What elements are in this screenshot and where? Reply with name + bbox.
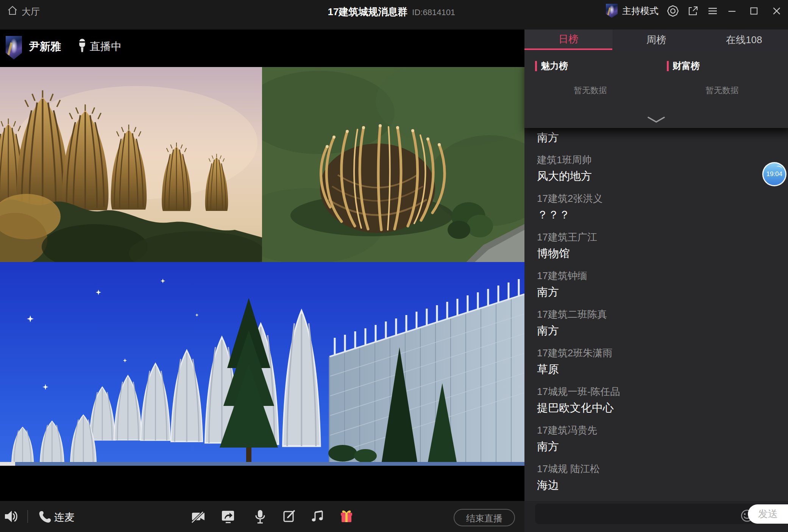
chat-input[interactable] <box>540 504 724 525</box>
chat-message: 17建筑钟缅 南方 <box>537 268 788 300</box>
host-name: 尹新雅 <box>29 39 61 54</box>
speaker-icon[interactable] <box>4 509 19 525</box>
tab-online-count[interactable]: 在线108 <box>700 30 788 50</box>
tab-daily-rank[interactable]: 日榜 <box>524 30 612 50</box>
chat-sender: 17城规一班-陈任品 <box>537 384 788 399</box>
charm-board-title: 魅力榜 <box>541 60 568 72</box>
chat-text: ？？？ <box>537 206 788 223</box>
watch-mode-icon[interactable] <box>667 5 679 17</box>
chat-text: 南方 <box>537 129 788 146</box>
charm-board: 魅力榜 暂无数据 <box>524 50 656 128</box>
chat-sender: 17建筑钟缅 <box>537 268 788 284</box>
chat-text: 海边 <box>537 477 788 493</box>
tab-weekly-rank[interactable]: 周榜 <box>612 30 700 50</box>
maximize-icon[interactable] <box>749 6 759 16</box>
chat-message: 17建筑王广江 博物馆 <box>537 229 788 262</box>
chat-text: 南方 <box>537 322 788 339</box>
video-progress-bar[interactable] <box>0 462 524 466</box>
app-window: 大厅 17建筑城规消息群 ID:6814101 主持模式 <box>0 0 788 532</box>
lobby-label: 大厅 <box>22 6 40 18</box>
stream-control-bar: 连麦 <box>0 501 524 532</box>
user-avatar[interactable] <box>606 4 618 18</box>
handheld-mic-icon <box>78 38 86 55</box>
chat-sender: 建筑1班周帅 <box>537 152 788 168</box>
chat-text: 博物馆 <box>537 245 788 262</box>
live-time-value: 19:04 <box>766 170 783 178</box>
chat-message: 建筑1班周帅 风大的地方 <box>537 152 788 184</box>
divider <box>27 510 28 523</box>
microphone-icon[interactable] <box>253 509 267 526</box>
chat-text: 南方 <box>537 438 788 455</box>
link-mic-label[interactable]: 连麦 <box>54 510 75 524</box>
music-icon[interactable] <box>311 509 324 524</box>
chat-message-list[interactable]: 南方 建筑1班周帅 风大的地方 17建筑2张洪义 ？？？ 17建筑王广江 博物馆… <box>524 114 788 500</box>
room-title: 17建筑城规消息群 <box>328 5 407 19</box>
title-bar-right: 主持模式 <box>606 4 782 18</box>
video-feed-basket <box>262 67 524 262</box>
charm-empty-text: 暂无数据 <box>524 85 656 96</box>
host-avatar[interactable] <box>6 36 22 59</box>
close-icon[interactable] <box>771 6 782 16</box>
edit-icon[interactable] <box>283 509 296 524</box>
minimize-icon[interactable] <box>727 6 737 16</box>
chat-text: 风大的地方 <box>537 168 788 184</box>
chat-message: 17城规 陆江松 海边 <box>537 461 788 493</box>
wealth-board-title: 财富榜 <box>673 60 700 72</box>
gift-icon[interactable] <box>339 509 354 525</box>
chat-text: 提巴欧文化中心 <box>537 399 788 416</box>
video-feed-building <box>0 262 524 462</box>
right-panel: 日榜 周榜 在线108 魅力榜 暂无数据 财富榜 暂无数据 <box>524 30 788 532</box>
chat-message: 17建筑冯贵先 南方 <box>537 423 788 455</box>
ranking-overlay: 魅力榜 暂无数据 财富榜 暂无数据 <box>524 50 788 128</box>
chat-sender: 17建筑冯贵先 <box>537 423 788 438</box>
chevron-down-icon[interactable] <box>648 117 665 125</box>
wealth-empty-text: 暂无数据 <box>656 85 788 96</box>
chat-text: 草原 <box>537 361 788 378</box>
wealth-board: 财富榜 暂无数据 <box>656 50 788 128</box>
video-progress-played <box>0 462 15 466</box>
stream-header: 尹新雅 直播中 <box>0 30 524 67</box>
room-title-group: 17建筑城规消息群 ID:6814101 <box>328 5 455 19</box>
chat-sender: 17建筑2张洪义 <box>537 191 788 206</box>
popout-icon[interactable] <box>687 5 699 17</box>
home-icon <box>7 5 18 19</box>
chat-message: 17建筑二班陈真 南方 <box>537 307 788 339</box>
screen-share-icon[interactable] <box>221 509 236 525</box>
chat-sender: 17建筑王广江 <box>537 229 788 245</box>
wealth-board-header: 财富榜 <box>667 60 700 72</box>
chat-sender: 17建筑二班陈真 <box>537 307 788 322</box>
chat-message: 17建筑2张洪义 ？？？ <box>537 191 788 223</box>
send-button[interactable]: 发送 <box>748 504 788 524</box>
live-status-label: 直播中 <box>90 39 122 54</box>
chat-input-bar: 发送 <box>524 501 788 532</box>
lobby-button[interactable]: 大厅 <box>7 5 40 19</box>
ranking-tab-bar: 日榜 周榜 在线108 <box>524 30 788 50</box>
accent-bar <box>535 61 537 71</box>
chat-sender: 17城规 陆江松 <box>537 461 788 477</box>
phone-icon[interactable] <box>38 510 52 525</box>
host-mode-label: 主持模式 <box>622 5 658 17</box>
chat-text: 南方 <box>537 284 788 300</box>
room-id: ID:6814101 <box>412 8 455 17</box>
chat-message: 17城规一班-陈任品 提巴欧文化中心 <box>537 384 788 416</box>
chat-sender: 17建筑2班朱潇雨 <box>537 345 788 361</box>
video-feed-towers <box>0 67 262 262</box>
camera-off-icon[interactable] <box>191 509 206 525</box>
chat-message: 17建筑2班朱潇雨 草原 <box>537 345 788 378</box>
title-bar: 大厅 17建筑城规消息群 ID:6814101 主持模式 <box>0 0 788 30</box>
end-live-button[interactable]: 结束直播 <box>454 509 515 526</box>
live-time-bubble[interactable]: 19:04 <box>762 162 786 186</box>
charm-board-header: 魅力榜 <box>535 60 568 72</box>
video-area: 尹新雅 直播中 <box>0 30 524 532</box>
accent-bar <box>667 61 669 71</box>
menu-icon[interactable] <box>707 5 718 17</box>
